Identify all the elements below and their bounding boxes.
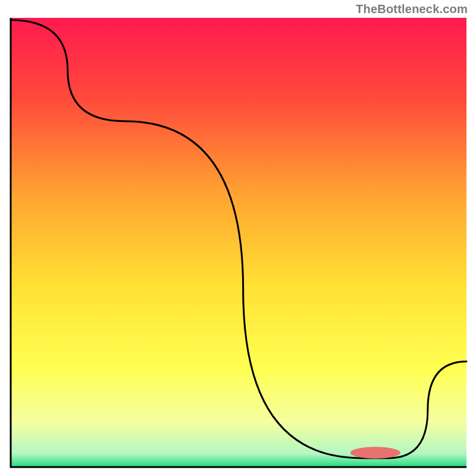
optimal-marker bbox=[350, 447, 400, 459]
chart-container: TheBottleneck.com bbox=[0, 0, 476, 476]
plot-gradient-bg bbox=[11, 18, 466, 467]
bottleneck-chart bbox=[0, 0, 476, 476]
